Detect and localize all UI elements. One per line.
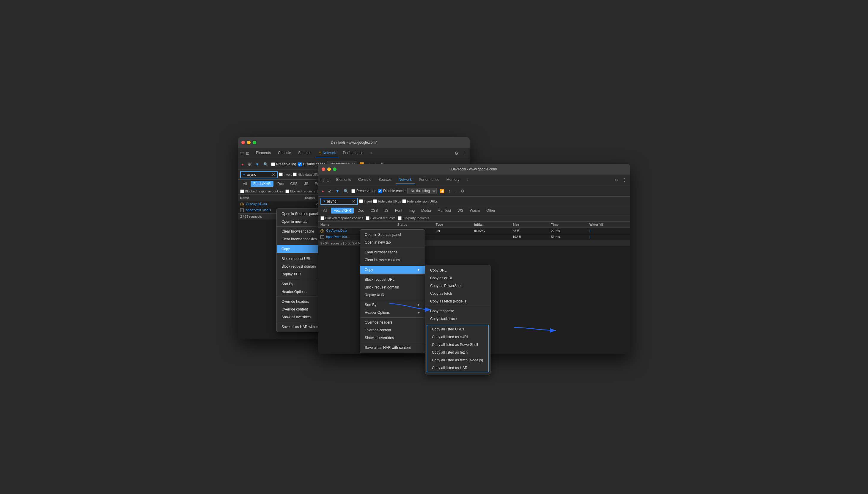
invert-checkbox-front[interactable]	[359, 199, 363, 203]
blocked-response-label-front[interactable]: Blocked response cookies	[320, 216, 363, 220]
tab-console-back[interactable]: Console	[275, 149, 294, 157]
menu-copy-powershell-front[interactable]: Copy as PowerShell	[426, 282, 490, 290]
filter-all-front[interactable]: All	[320, 208, 330, 213]
tab-elements-front[interactable]: Elements	[333, 176, 354, 184]
tab-more-back[interactable]: »	[368, 149, 375, 157]
menu-save-har-front[interactable]: Save all as HAR with content	[360, 344, 425, 352]
menu-copy-stack-front[interactable]: Copy stack trace	[426, 315, 490, 323]
minimize-button-front[interactable]	[327, 168, 331, 171]
tab-more-front[interactable]: »	[463, 176, 471, 184]
menu-copy-listed-fetch-front[interactable]: Copy all listed as fetch	[427, 348, 488, 356]
search-icon-front[interactable]: 🔍	[342, 188, 350, 194]
more-icon-front[interactable]: ⋮	[621, 176, 628, 184]
tab-sources-front[interactable]: Sources	[375, 176, 394, 184]
search-input-front[interactable]	[327, 199, 351, 204]
filter-img-front[interactable]: Img	[406, 208, 417, 213]
menu-copy-listed-har-front[interactable]: Copy all listed as HAR	[427, 364, 488, 372]
filter-css-back[interactable]: CSS	[288, 181, 300, 187]
blocked-requests-checkbox-back[interactable]	[285, 189, 289, 193]
clear-icon-back[interactable]: ⊘	[247, 162, 252, 167]
close-button-back[interactable]	[241, 141, 245, 144]
filter-fetchxhr-back[interactable]: Fetch/XHR	[251, 181, 274, 187]
filter-doc-front[interactable]: Doc	[355, 208, 367, 213]
menu-show-overrides-front[interactable]: Show all overrides	[360, 334, 425, 342]
menu-copy-listed-urls-front[interactable]: Copy all listed URLs	[427, 325, 488, 333]
preserve-log-checkbox-back[interactable]	[271, 163, 275, 166]
filter-doc-back[interactable]: Doc	[275, 181, 286, 187]
menu-clear-cookies-front[interactable]: Clear browser cookies	[360, 256, 425, 264]
record-icon-front[interactable]: ●	[320, 188, 325, 194]
settings-icon-back[interactable]: ⚙	[453, 150, 459, 157]
search-clear-front[interactable]: ✕	[352, 199, 356, 204]
filter-icon-front[interactable]: ▼	[334, 188, 341, 194]
record-icon-back[interactable]: ●	[240, 162, 245, 167]
inspect-icon-back[interactable]: ⬚	[240, 151, 244, 155]
menu-copy-listed-fetch-node-front[interactable]: Copy all listed as fetch (Node.js)	[427, 356, 488, 364]
maximize-button-back[interactable]	[253, 141, 256, 144]
disable-cache-checkbox-back[interactable]	[298, 163, 302, 166]
menu-copy-front[interactable]: Copy ▶	[360, 266, 425, 273]
filter-js-front[interactable]: JS	[382, 208, 391, 213]
tab-sources-back[interactable]: Sources	[295, 149, 314, 157]
tab-performance-front[interactable]: Performance	[416, 176, 442, 184]
disable-cache-checkbox-front[interactable]	[378, 189, 382, 193]
hide-ext-label-front[interactable]: Hide extension URLs	[402, 199, 438, 203]
hide-ext-checkbox-front[interactable]	[402, 199, 406, 203]
blocked-requests-label-back[interactable]: Blocked requests	[285, 189, 315, 193]
blocked-requests-checkbox-front[interactable]	[366, 216, 370, 220]
menu-open-sources-front[interactable]: Open in Sources panel	[360, 231, 425, 239]
inspect-icon-front[interactable]: ⬚	[320, 178, 324, 182]
menu-block-domain-front[interactable]: Block request domain	[360, 283, 425, 291]
search-icon-back[interactable]: 🔍	[262, 162, 269, 167]
blocked-requests-label-front[interactable]: Blocked requests	[366, 216, 395, 220]
filter-manifest-front[interactable]: Manifest	[435, 208, 454, 213]
tab-network-back[interactable]: ⚠ Network	[315, 149, 339, 157]
search-clear-back[interactable]: ✕	[272, 172, 275, 177]
blocked-response-label-back[interactable]: Blocked response cookies	[240, 189, 283, 193]
disable-cache-label-front[interactable]: Disable cache	[378, 189, 406, 193]
menu-copy-listed-powershell-front[interactable]: Copy all listed as PowerShell	[427, 341, 488, 348]
upload-icon-front[interactable]: ↑	[447, 188, 452, 194]
preserve-log-label-back[interactable]: Preserve log	[271, 162, 296, 166]
third-party-checkbox-front[interactable]	[398, 216, 401, 220]
close-button-front[interactable]	[322, 168, 325, 171]
invert-checkbox-back[interactable]	[279, 172, 283, 176]
invert-label-front[interactable]: Invert	[359, 199, 372, 203]
wifi-icon-front[interactable]: 📶	[438, 188, 446, 194]
third-party-label-front[interactable]: 3rd-party requests	[398, 216, 429, 220]
filter-media-front[interactable]: Media	[418, 208, 434, 213]
menu-copy-fetch-front[interactable]: Copy as fetch	[426, 290, 490, 298]
clear-icon-front[interactable]: ⊘	[327, 188, 333, 194]
device-icon-back[interactable]: ⊡	[246, 151, 250, 155]
device-icon-front[interactable]: ⊡	[327, 178, 330, 182]
menu-copy-listed-curl-front[interactable]: Copy all listed as cURL	[427, 333, 488, 341]
menu-copy-curl-front[interactable]: Copy as cURL	[426, 274, 490, 282]
tab-console-front[interactable]: Console	[355, 176, 374, 184]
filter-other-front[interactable]: Other	[484, 208, 498, 213]
invert-label-back[interactable]: Invert	[279, 172, 292, 176]
settings-icon-front[interactable]: ⚙	[614, 176, 620, 184]
menu-copy-response-front[interactable]: Copy response	[426, 307, 490, 315]
filter-css-front[interactable]: CSS	[368, 208, 380, 213]
throttle-select-front[interactable]: No throttling	[407, 188, 437, 194]
blocked-response-checkbox-back[interactable]	[240, 189, 244, 193]
preserve-log-checkbox-front[interactable]	[351, 189, 355, 193]
menu-override-headers-front[interactable]: Override headers	[360, 319, 425, 326]
tab-network-front[interactable]: Network	[396, 176, 415, 184]
blocked-response-checkbox-front[interactable]	[320, 216, 324, 220]
tab-memory-front[interactable]: Memory	[443, 176, 462, 184]
filter-fetchxhr-front[interactable]: Fetch/XHR	[331, 208, 354, 213]
filter-ws-front[interactable]: WS	[455, 208, 466, 213]
menu-copy-url-front[interactable]: Copy URL	[426, 266, 490, 274]
menu-open-tab-front[interactable]: Open in new tab	[360, 239, 425, 246]
filter-icon-back[interactable]: ▼	[254, 162, 260, 167]
hide-data-urls-label-back[interactable]: Hide data URLs	[293, 172, 321, 176]
menu-clear-cache-front[interactable]: Clear browser cache	[360, 248, 425, 256]
hide-data-urls-checkbox-back[interactable]	[293, 172, 297, 176]
maximize-button-front[interactable]	[333, 168, 336, 171]
filter-all-back[interactable]: All	[240, 181, 250, 187]
preserve-log-label-front[interactable]: Preserve log	[351, 189, 376, 193]
hide-data-urls-label-front[interactable]: Hide data URLs	[373, 199, 401, 203]
search-input-back[interactable]	[247, 172, 271, 177]
hide-data-urls-checkbox-front[interactable]	[373, 199, 377, 203]
